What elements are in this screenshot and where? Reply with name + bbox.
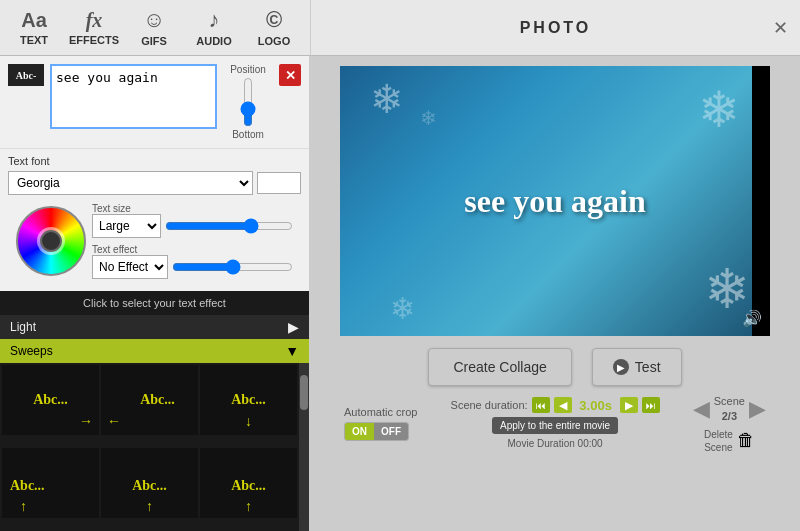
delete-scene-button[interactable]: 🗑 (737, 430, 755, 451)
test-button[interactable]: ▶ Test (592, 348, 682, 386)
effect-item-6[interactable]: Abc... ↑ (200, 448, 297, 518)
tab-logo[interactable]: © LOGO (244, 1, 304, 53)
movie-duration: Movie Duration 00:00 (508, 438, 603, 449)
next-scene-button[interactable]: ▶ (749, 396, 766, 422)
effect-item-2[interactable]: ← Abc... (101, 365, 198, 435)
effect-item-5[interactable]: Abc... ↑ (101, 448, 198, 518)
create-collage-button[interactable]: Create Collage (428, 348, 571, 386)
effect-2-text: Abc... (140, 392, 175, 408)
duration-skip-forward-button[interactable]: ⏭ (642, 397, 660, 413)
tab-effects[interactable]: fx EFFECTS (64, 1, 124, 53)
scene-number: 2/3 (714, 409, 745, 424)
effect-5-text: Abc... (132, 478, 167, 494)
toggle-off-label[interactable]: OFF (374, 423, 408, 440)
scene-label: Scene (714, 394, 745, 409)
duration-value: 3.00s (576, 398, 616, 413)
tab-gifs-label: GIFS (141, 35, 167, 47)
video-preview: ❄ ❄ ❄ ❄ ❄ see you again 🔊 (340, 66, 770, 336)
sweeps-arrow: ▼ (285, 343, 299, 359)
effect-4-text: Abc... (10, 478, 45, 494)
tab-audio-label: AUDIO (196, 35, 231, 47)
effect-3-text: Abc... (231, 392, 266, 408)
logo-icon: © (266, 7, 282, 33)
audio-icon: ♪ (209, 7, 220, 33)
effect-category-light[interactable]: Light ▶ (0, 315, 309, 339)
effect-1-arrow: → (79, 413, 93, 429)
text-icon: Aa (21, 9, 47, 32)
photo-panel-title: PHOTO (520, 19, 592, 37)
size-slider[interactable] (165, 219, 293, 233)
effect-6-text: Abc... (231, 478, 266, 494)
effect-slider[interactable] (172, 260, 293, 274)
gifs-icon: ☺ (143, 7, 165, 33)
apply-entire-movie-button[interactable]: Apply to the entire movie (492, 417, 618, 434)
play-icon: ▶ (613, 359, 629, 375)
tab-effects-label: EFFECTS (69, 34, 119, 46)
prev-scene-button[interactable]: ◀ (693, 396, 710, 422)
position-bottom-label: Bottom (232, 129, 264, 140)
effect-2-arrow: ← (107, 413, 121, 429)
delete-label: Delete (704, 429, 733, 440)
text-input[interactable]: see you again (50, 64, 217, 129)
size-select[interactable]: Large Small Medium (92, 214, 161, 238)
font-color-box[interactable] (257, 172, 301, 194)
effect-label: Text effect (92, 244, 150, 255)
effect-panel-header: Click to select your text effect (0, 291, 309, 315)
close-button[interactable]: ✕ (773, 17, 788, 39)
auto-crop-label: Automatic crop (344, 406, 417, 418)
effect-item-3[interactable]: Abc... ↓ (200, 365, 297, 435)
movie-duration-label: Movie Duration (508, 438, 575, 449)
effect-item-1[interactable]: Abc... → (2, 365, 99, 435)
position-slider[interactable] (241, 77, 255, 127)
preview-text: see you again (464, 183, 645, 220)
effect-6-arrow: ↑ (245, 498, 252, 514)
tab-audio[interactable]: ♪ AUDIO (184, 1, 244, 53)
effect-item-4[interactable]: Abc... ↑ (2, 448, 99, 518)
effect-1-text: Abc... (33, 392, 68, 408)
font-label: Text font (8, 155, 68, 167)
toggle-on-label[interactable]: ON (345, 423, 374, 440)
duration-forward-button[interactable]: ▶ (620, 397, 638, 413)
effect-select[interactable]: No Effect Shadow Outline (92, 255, 168, 279)
scrollbar-thumb[interactable] (300, 375, 308, 410)
auto-crop-toggle[interactable]: ON OFF (344, 422, 409, 441)
test-label: Test (635, 359, 661, 375)
light-label: Light (10, 320, 36, 334)
light-arrow: ▶ (288, 319, 299, 335)
duration-back-button[interactable]: ◀ (554, 397, 572, 413)
text-label: Abc- (8, 64, 44, 86)
effects-icon: fx (86, 9, 103, 32)
tab-text-label: TEXT (20, 34, 48, 46)
font-select[interactable]: Georgia Arial Times New Roman (8, 171, 253, 195)
effect-5-arrow: ↑ (146, 498, 153, 514)
effect-4-arrow: ↑ (20, 498, 27, 514)
duration-label: Scene duration: (451, 399, 528, 411)
size-label: Text size (92, 203, 150, 214)
tab-gifs[interactable]: ☺ GIFS (124, 1, 184, 53)
tab-logo-label: LOGO (258, 35, 290, 47)
sweeps-label: Sweeps (10, 344, 53, 358)
effect-category-sweeps[interactable]: Sweeps ▼ (0, 339, 309, 363)
delete-text-button[interactable]: ✕ (279, 64, 301, 86)
color-wheel[interactable] (16, 206, 86, 276)
movie-duration-value: 00:00 (578, 438, 603, 449)
duration-skip-back-button[interactable]: ⏮ (532, 397, 550, 413)
effect-3-arrow: ↓ (245, 413, 252, 429)
volume-icon[interactable]: 🔊 (742, 309, 762, 328)
position-label: Position (230, 64, 266, 75)
delete-scene-label: Scene (704, 442, 732, 453)
tab-text[interactable]: Aa TEXT (4, 1, 64, 53)
